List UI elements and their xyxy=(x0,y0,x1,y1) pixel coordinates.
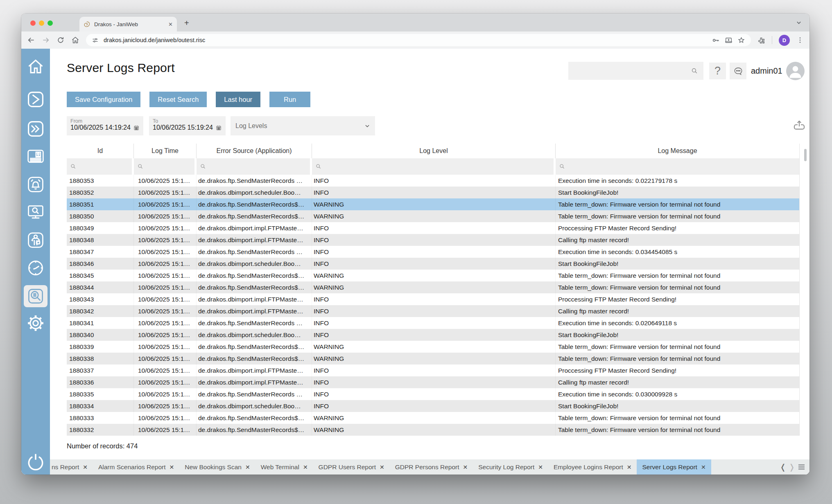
action-button[interactable]: Save Configuration xyxy=(67,92,140,107)
sidebar-item-log-search[interactable] xyxy=(24,285,47,307)
export-share-icon[interactable] xyxy=(792,119,806,132)
browser-menu-icon[interactable] xyxy=(796,36,804,44)
filter-cell-id[interactable] xyxy=(67,158,134,175)
table-row[interactable]: 188034710/06/2025 15:1…de.drakos.ftp.Sen… xyxy=(67,246,799,258)
bottom-tab[interactable]: GDPR Users Report✕ xyxy=(313,459,390,475)
action-button[interactable]: Run xyxy=(269,92,310,107)
new-tab-button[interactable]: + xyxy=(184,19,189,27)
table-row[interactable]: 188033910/06/2025 15:1…de.drakos.ftp.Sen… xyxy=(67,341,799,353)
action-button[interactable]: Last hour xyxy=(216,92,260,107)
sidebar-item-settings-gear[interactable] xyxy=(26,313,45,333)
tab-search-chevron-icon[interactable] xyxy=(795,18,803,27)
sidebar-item-double-chevron[interactable] xyxy=(26,119,45,139)
filter-input-log-time[interactable] xyxy=(144,164,191,170)
close-tab-icon[interactable]: ✕ xyxy=(303,464,308,470)
sidebar-item-monitor-search[interactable] xyxy=(26,202,45,222)
close-tab-icon[interactable]: ✕ xyxy=(169,464,174,470)
sidebar-item-clock[interactable] xyxy=(26,258,45,278)
table-row[interactable]: 188034810/06/2025 15:1…de.drakos.dbimpor… xyxy=(67,234,799,246)
table-row[interactable]: 188034110/06/2025 15:1…de.drakos.ftp.Sen… xyxy=(67,317,799,329)
sidebar-item-home[interactable] xyxy=(26,57,45,76)
close-tab-icon[interactable]: ✕ xyxy=(380,464,384,470)
filter-cell-error-source[interactable] xyxy=(197,158,312,175)
table-row[interactable]: 188034510/06/2025 15:1…de.drakos.ftp.Sen… xyxy=(67,270,799,281)
reload-icon[interactable] xyxy=(57,36,65,44)
filter-input-error-source[interactable] xyxy=(206,164,307,170)
bottom-tab[interactable]: Security Log Report✕ xyxy=(473,459,548,475)
table-row[interactable]: 188034210/06/2025 15:1…de.drakos.dbimpor… xyxy=(67,305,799,317)
table-row[interactable]: 188034310/06/2025 15:1…de.drakos.dbimpor… xyxy=(67,293,799,305)
bottom-tab[interactable]: ns Report✕ xyxy=(50,459,93,475)
column-header-log-time[interactable]: Log Time xyxy=(134,144,197,158)
bookmark-star-icon[interactable] xyxy=(737,36,745,44)
table-scrollbar-thumb[interactable] xyxy=(804,149,807,161)
global-search-input[interactable] xyxy=(573,67,691,74)
table-row[interactable]: 188035210/06/2025 15:1…de.drakos.dbimpor… xyxy=(67,187,799,198)
address-bar[interactable]: drakos.janicloud.de/janiweb/outest.risc xyxy=(86,34,751,46)
column-header-log-message[interactable]: Log Message xyxy=(556,144,799,158)
bottom-tab[interactable]: Web Terminal✕ xyxy=(255,459,313,475)
calendar-icon[interactable] xyxy=(216,124,222,131)
close-tab-icon[interactable]: ✕ xyxy=(245,464,250,470)
site-info-icon[interactable] xyxy=(92,37,99,44)
help-button[interactable]: ? xyxy=(709,63,726,79)
scroll-tabs-left-icon[interactable]: ❬ xyxy=(780,463,786,471)
extensions-puzzle-icon[interactable] xyxy=(757,36,765,44)
sidebar-item-bell[interactable] xyxy=(26,175,45,194)
bottom-tab[interactable]: Alarm Scenarios Report✕ xyxy=(93,459,179,475)
avatar[interactable] xyxy=(786,62,805,80)
filter-cell-log-message[interactable] xyxy=(556,158,799,175)
close-tab-icon[interactable]: ✕ xyxy=(538,464,543,470)
sidebar-item-chevron-right[interactable] xyxy=(26,90,45,109)
table-row[interactable]: 188033810/06/2025 15:1…de.drakos.ftp.Sen… xyxy=(67,353,799,364)
back-icon[interactable] xyxy=(27,36,35,44)
date-from-field[interactable]: From 10/06/2025 14:19:24 xyxy=(67,116,143,135)
table-row[interactable]: 188033610/06/2025 15:1…de.drakos.dbimpor… xyxy=(67,376,799,388)
date-to-field[interactable]: To 10/06/2025 15:19:24 xyxy=(149,116,226,135)
table-row[interactable]: 188035010/06/2025 15:1…de.drakos.ftp.Sen… xyxy=(67,210,799,222)
bottom-tab[interactable]: GDPR Persons Report✕ xyxy=(390,459,473,475)
browser-tab[interactable]: Drakos - JaniWeb ✕ xyxy=(79,17,177,32)
table-row[interactable]: 188033210/06/2025 15:1…de.drakos.ftp.Sen… xyxy=(67,424,799,436)
table-row[interactable]: 188033510/06/2025 15:1…de.drakos.ftp.Sen… xyxy=(67,388,799,400)
action-button[interactable]: Reset Search xyxy=(149,92,207,107)
table-row[interactable]: 188034010/06/2025 15:1…de.drakos.dbimpor… xyxy=(67,329,799,341)
table-row[interactable]: 188034410/06/2025 15:1…de.drakos.ftp.Sen… xyxy=(67,281,799,293)
bottom-tab[interactable]: New Bookings Scan✕ xyxy=(179,459,255,475)
table-row[interactable]: 188033710/06/2025 15:1…de.drakos.dbimpor… xyxy=(67,364,799,376)
table-row[interactable]: 188034610/06/2025 15:1…de.drakos.dbimpor… xyxy=(67,258,799,270)
sidebar-item-id-card[interactable] xyxy=(26,146,45,166)
close-tab-icon[interactable]: ✕ xyxy=(168,21,173,27)
sidebar-item-person-briefcase[interactable] xyxy=(26,230,45,250)
table-row[interactable]: 188034910/06/2025 15:1…de.drakos.dbimpor… xyxy=(67,222,799,234)
feedback-chat-button[interactable] xyxy=(730,63,746,79)
table-row[interactable]: 188035110/06/2025 15:1…de.drakos.ftp.Sen… xyxy=(67,198,799,210)
scroll-tabs-right-icon[interactable]: ❭ xyxy=(789,463,795,471)
home-icon[interactable] xyxy=(71,36,79,44)
close-tab-icon[interactable]: ✕ xyxy=(83,464,88,470)
filter-input-id[interactable] xyxy=(77,164,129,170)
column-header-log-level[interactable]: Log Level xyxy=(312,144,556,158)
close-tab-icon[interactable]: ✕ xyxy=(701,464,706,470)
tab-list-menu-icon[interactable] xyxy=(798,464,805,470)
filter-cell-log-time[interactable] xyxy=(134,158,197,175)
global-search[interactable] xyxy=(568,62,703,80)
close-window-button[interactable] xyxy=(30,20,36,26)
close-tab-icon[interactable]: ✕ xyxy=(627,464,632,470)
install-app-icon[interactable] xyxy=(725,36,733,44)
log-levels-dropdown[interactable]: Log Levels xyxy=(231,116,375,135)
zoom-window-button[interactable] xyxy=(47,20,53,26)
close-tab-icon[interactable]: ✕ xyxy=(463,464,468,470)
bottom-tab[interactable]: Employee Logins Report✕ xyxy=(548,459,637,475)
column-header-error-source[interactable]: Error Source (Application) xyxy=(197,144,312,158)
table-row[interactable]: 188033310/06/2025 15:1…de.drakos.ftp.Sen… xyxy=(67,412,799,424)
filter-input-log-level[interactable] xyxy=(322,164,550,170)
filter-cell-log-level[interactable] xyxy=(312,158,556,175)
table-row[interactable]: 188033410/06/2025 15:1…de.drakos.dbimpor… xyxy=(67,400,799,412)
bottom-tab[interactable]: Server Logs Report✕ xyxy=(637,459,711,475)
browser-profile-badge[interactable]: D xyxy=(779,35,790,46)
url-text[interactable]: drakos.janicloud.de/janiweb/outest.risc xyxy=(104,37,707,43)
sidebar-item-logout[interactable] xyxy=(25,451,46,473)
table-row[interactable]: 188035310/06/2025 15:1…de.drakos.ftp.Sen… xyxy=(67,175,799,187)
forward-icon[interactable] xyxy=(42,36,50,44)
